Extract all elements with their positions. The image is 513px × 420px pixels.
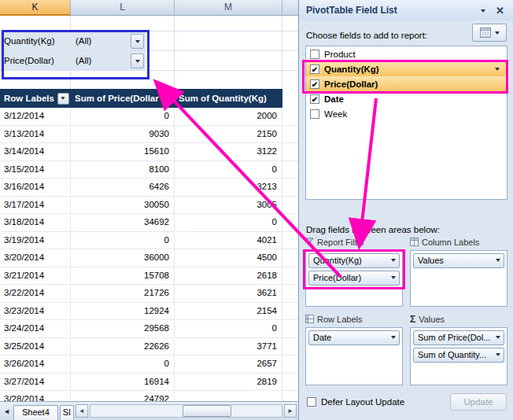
sum-price-cell[interactable]: 29568: [71, 320, 175, 337]
field-item-week[interactable]: Week: [306, 106, 507, 121]
area-field-button[interactable]: Sum of Quantity...: [413, 348, 504, 363]
area-box-report-filter[interactable]: Quantity(Kg)Price(Dollar): [305, 250, 403, 307]
sum-quantity-cell[interactable]: 4021: [175, 232, 282, 249]
sum-quantity-cell[interactable]: 0: [175, 320, 282, 337]
sum-quantity-cell[interactable]: 3771: [175, 338, 282, 356]
tab-nav-icon[interactable]: ◄: [2, 407, 12, 415]
sum-price-cell[interactable]: 30050: [71, 197, 175, 214]
checkbox-icon[interactable]: [310, 50, 319, 59]
sum-price-cell[interactable]: 36000: [71, 249, 175, 267]
scrollbar-thumb[interactable]: [183, 405, 231, 417]
sum-price-cell[interactable]: 0: [71, 356, 175, 373]
area-field-button[interactable]: Sum of Price(Dol...: [413, 330, 504, 345]
area-box-row-labels[interactable]: Date: [305, 327, 403, 385]
field-item-date[interactable]: ✔Date: [306, 91, 507, 106]
horizontal-scrollbar[interactable]: [90, 404, 282, 418]
date-cell[interactable]: 3/18/2014: [0, 214, 71, 231]
empty-cell[interactable]: [282, 214, 298, 231]
sum-price-cell[interactable]: 8100: [71, 161, 175, 179]
field-list-layout-button[interactable]: [472, 24, 507, 42]
date-cell[interactable]: 3/17/2014: [0, 197, 71, 214]
sum-price-cell[interactable]: 34692: [71, 214, 175, 231]
filter-value-cell[interactable]: (All): [71, 31, 146, 51]
sum-quantity-cell[interactable]: 0: [175, 161, 282, 179]
sum-price-cell[interactable]: 9030: [71, 126, 175, 143]
empty-cell[interactable]: [282, 197, 298, 214]
sum-quantity-cell[interactable]: [175, 391, 282, 401]
scroll-left-button[interactable]: ◄: [76, 404, 88, 418]
filter-dropdown-button[interactable]: [131, 34, 144, 49]
sum-quantity-cell[interactable]: 2657: [175, 356, 282, 373]
sum-price-cell[interactable]: 16914: [71, 374, 175, 391]
sum-quantity-cell[interactable]: 2150: [175, 126, 282, 143]
empty-cell[interactable]: [282, 391, 298, 401]
row-labels-filter-button[interactable]: [57, 93, 69, 105]
sum-price-cell[interactable]: 0: [71, 232, 175, 249]
empty-cell[interactable]: [282, 285, 298, 302]
area-field-button[interactable]: Date: [308, 330, 400, 345]
checkbox-checked-icon[interactable]: ✔: [310, 94, 319, 104]
empty-cell[interactable]: [282, 303, 298, 320]
sum-quantity-cell[interactable]: 2618: [175, 267, 282, 285]
column-header-m[interactable]: M: [175, 0, 282, 16]
empty-cell[interactable]: [282, 320, 298, 337]
date-cell[interactable]: 3/21/2014: [0, 267, 71, 285]
date-cell[interactable]: 3/23/2014: [0, 303, 71, 320]
field-dropdown-button[interactable]: [492, 64, 503, 74]
sum-price-cell[interactable]: 15610: [71, 143, 175, 160]
empty-cell[interactable]: [282, 179, 298, 196]
checkbox-checked-icon[interactable]: ✔: [310, 79, 319, 89]
field-item-price-dollar[interactable]: ✔Price(Dollar): [306, 76, 507, 91]
checkbox-icon[interactable]: [310, 109, 319, 119]
sum-quantity-cell[interactable]: 3005: [175, 197, 282, 214]
area-box-column-labels[interactable]: Values: [410, 250, 507, 307]
sum-price-cell[interactable]: 22626: [71, 338, 175, 356]
sum-quantity-cell[interactable]: 4500: [175, 249, 282, 267]
empty-cell[interactable]: [282, 374, 298, 391]
area-field-button[interactable]: Price(Dollar): [308, 271, 400, 286]
pane-menu-button[interactable]: [476, 4, 489, 17]
sum-price-cell[interactable]: 0: [71, 108, 175, 125]
date-cell[interactable]: 3/28/2014: [0, 391, 71, 401]
date-cell[interactable]: 3/16/2014: [0, 179, 71, 196]
sum-quantity-cell[interactable]: 2154: [175, 303, 282, 320]
date-cell[interactable]: 3/14/2014: [0, 143, 71, 160]
date-cell[interactable]: 3/13/2014: [0, 126, 71, 143]
date-cell[interactable]: 3/22/2014: [0, 285, 71, 302]
field-item-product[interactable]: Product: [306, 46, 507, 61]
date-cell[interactable]: 3/25/2014: [0, 338, 71, 356]
date-cell[interactable]: 3/26/2014: [0, 356, 71, 373]
empty-cell[interactable]: [282, 143, 298, 160]
sum-price-cell[interactable]: 24792: [71, 391, 175, 401]
date-cell[interactable]: 3/20/2014: [0, 249, 71, 267]
sum-of-quantity-header-cell[interactable]: Sum of Quantity(Kg): [175, 89, 282, 108]
empty-cell[interactable]: [282, 108, 298, 125]
checkbox-checked-icon[interactable]: ✔: [310, 64, 319, 74]
sum-price-cell[interactable]: 15708: [71, 267, 175, 285]
sheet-tab-next[interactable]: Sl: [60, 405, 74, 420]
sum-of-price-header-cell[interactable]: Sum of Price(Dollar: [71, 89, 175, 108]
sum-price-cell[interactable]: 12924: [71, 303, 175, 320]
date-cell[interactable]: 3/15/2014: [0, 161, 71, 179]
pane-close-button[interactable]: ✕: [493, 4, 507, 17]
area-box-values[interactable]: Sum of Price(Dol...Sum of Quantity...: [410, 327, 507, 385]
sum-price-cell[interactable]: 21726: [71, 285, 175, 302]
sum-quantity-cell[interactable]: 3213: [175, 179, 282, 196]
empty-cell[interactable]: [282, 267, 298, 285]
date-cell[interactable]: 3/19/2014: [0, 232, 71, 249]
empty-cell[interactable]: [282, 126, 298, 143]
sum-quantity-cell[interactable]: 3122: [175, 143, 282, 160]
column-header-l[interactable]: L: [71, 0, 175, 16]
filter-label-cell[interactable]: Quantity(Kg): [0, 31, 71, 51]
scroll-right-button[interactable]: ►: [284, 404, 297, 418]
empty-cell[interactable]: [282, 232, 298, 249]
row-labels-header-cell[interactable]: Row Labels: [0, 89, 71, 108]
date-cell[interactable]: 3/27/2014: [0, 374, 71, 391]
sum-quantity-cell[interactable]: 3621: [175, 285, 282, 302]
sum-price-cell[interactable]: 6426: [71, 179, 175, 196]
update-button[interactable]: Update: [450, 393, 507, 411]
empty-cell[interactable]: [282, 161, 298, 179]
field-item-quantity-kg[interactable]: ✔Quantity(Kg): [306, 61, 507, 76]
filter-label-cell[interactable]: Price(Dollar): [0, 51, 71, 71]
column-header-k[interactable]: K: [0, 0, 71, 16]
